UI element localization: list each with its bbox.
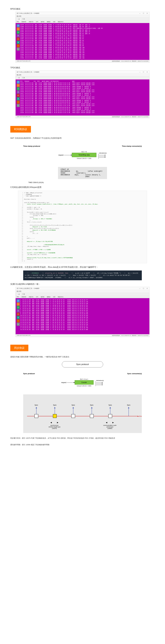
struct-caption: TIME COB-ID (1012h) — [10, 182, 155, 184]
tpdo-screenshot: 某个CAN上位机调试工具 - CAN解析 ─ ☐ ✕ 窗口(W) 主页 工具 原… — [16, 70, 149, 118]
column-headers: 序号系统时间传输方向ID号帧类型帧数据长度数据(HEX) — [16, 21, 149, 23]
timestamp-test-screenshot: 某个CAN上位机调试工具 - CAN解析 ─☐✕ 窗口(W) 主页 工具 序号系… — [16, 287, 149, 337]
arrow-icon — [99, 155, 105, 155]
lua-title: LUA解析实现，注意是从1984年开始的，而os.data是从1970年开始统计… — [10, 266, 155, 268]
c-code-block: 1/* 描述：cANopen_drivertest2 * 时间戳发送3 * 作者… — [18, 190, 147, 263]
minimize-icon[interactable]: ─ — [138, 71, 141, 73]
side-tab[interactable]: 同 — [17, 34, 20, 37]
side-tab[interactable]: N — [17, 31, 20, 34]
counter-box: Counter — [75, 380, 94, 384]
window-length-label: synchronous window length [µs] (1007h) — [49, 424, 60, 429]
tab-main[interactable]: 主页 — [17, 18, 21, 20]
status-bar: USB x16 IP:192.168.0.178 创新研发部版本：V2.2.3 … — [16, 60, 149, 62]
maximize-icon[interactable]: ☐ — [142, 12, 145, 14]
dlc-label: DLC = 6 — [72, 151, 96, 152]
tpdo-title: TPDO测试 — [10, 66, 155, 69]
side-tab[interactable]: 原 — [17, 24, 20, 27]
sync-timeline-diagram: Sync Sync Sync Sync Sync Sync ▶ time ◀▶ … — [23, 394, 142, 433]
sync-desc: 该报文对象主要实现整个网络的同步传输，一般同步报文由 NMT 主机发出 — [10, 356, 155, 358]
timestamp-header: 时间戳协议 — [10, 126, 31, 132]
maximize-icon[interactable]: ☐ — [142, 71, 145, 73]
tab-tools[interactable]: 工具 — [22, 77, 26, 79]
footnote-window: 同步窗口时间：索引 1007h 约束了同步帧发送后，从节点发送 PDO 的时效，… — [10, 437, 155, 440]
rpdo-title: RPDO测试 — [10, 8, 155, 10]
side-tab[interactable]: S — [17, 28, 20, 30]
data-grid: 15379 10:13:14.412 接收 0x205 数据帧 标准帧 8 11… — [20, 24, 148, 59]
close-icon[interactable]: ✕ — [146, 71, 148, 73]
realtest-title: 实测C生成的和LUA解析的一致： — [10, 283, 155, 286]
consumer-label: Time-stamp consumer(s) — [122, 145, 142, 147]
side-tabs: 原 S N 同 时 紧 P 心 — [17, 24, 20, 59]
window-titlebar: 某个CAN上位机调试工具 - CAN解析 ─ ☐ ✕ — [16, 12, 149, 15]
rpdo-screenshot: 某个CAN上位机调试工具 - CAN解析 ─ ☐ ✕ 窗口(W) 主页 工具 序… — [16, 12, 149, 62]
tab-bar: 主页 工具 — [16, 18, 149, 21]
side-tab[interactable]: 心 — [17, 48, 20, 50]
window-title: 某个CAN上位机调试工具 - CAN解析 — [17, 12, 40, 14]
ccode-title: C代码生成时间戳供CANopen使用 — [10, 186, 155, 189]
sync-header: 同步协议 — [10, 345, 28, 351]
minimize-icon[interactable]: ─ — [138, 12, 141, 14]
timestamp-desc: NMT 主机发送自身的时钟，为网络各个节点提供公共的时间参考 — [10, 137, 155, 139]
data-grid: 序号 系统时间 方向 ID号 帧类型 帧格式 长度 数据(HEX) 解析 154… — [20, 80, 148, 114]
request-label: request — [58, 154, 64, 156]
window-title: 某个CAN上位机调试工具 - CAN解析 — [17, 71, 40, 73]
tab-tools[interactable]: 工具 — [22, 18, 26, 20]
cycle-period-label: communication cycle period [µs] (1006h) — [103, 424, 116, 429]
default-canid: Default CAN-ID = 100h — [72, 158, 96, 159]
sync-flow-diagram: Sync producer Sync consumer(s) request D… — [21, 370, 144, 392]
tab-main[interactable]: 主页 — [17, 77, 21, 79]
window-titlebar: 某个CAN上位机调试工具 - CAN解析 ─ ☐ ✕ — [16, 70, 149, 74]
data-grid: 1. 10:26:13.366 接收 0x100 数据帧 标准帧 6 A9 F4… — [20, 299, 148, 333]
time-axis-label: ▶ time — [138, 416, 142, 417]
indication-label: indication(s) — [99, 152, 107, 154]
producer-label: Time-stamp producer — [23, 145, 40, 147]
struct-definition: STRUCT OF UNSIGNED28ms,(after midnight) … — [58, 167, 107, 179]
footnote-cycle: 通讯循环周期：索引 1006h 规定了同步帧的循环周期 — [10, 444, 155, 446]
side-tab[interactable]: P — [17, 44, 20, 47]
timestamp-diagram: Time-stamp producer Time-stamp consumer(… — [21, 142, 144, 164]
menu-bar: 窗口(W) — [16, 15, 149, 18]
arrow-icon — [64, 155, 72, 155]
close-icon[interactable]: ✕ — [146, 12, 148, 14]
lua-code-block: 77--时间戳报文 78elseif(g_id == 0x0100) then … — [23, 270, 142, 280]
sync-protocol-box: Sync protocol — [62, 361, 103, 368]
side-tab[interactable]: 紧 — [17, 41, 20, 44]
side-tab[interactable]: 时 — [17, 38, 20, 40]
timeofday-box: TimeOfDay data — [72, 153, 96, 157]
